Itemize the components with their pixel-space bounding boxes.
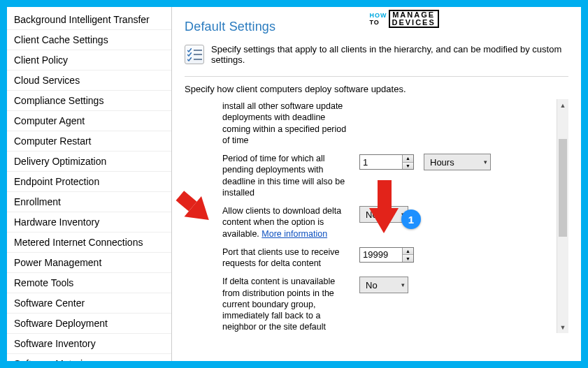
sidebar-item-client-policy[interactable]: Client Policy xyxy=(7,50,171,71)
sidebar-item-cloud-services[interactable]: Cloud Services xyxy=(7,71,171,91)
sidebar-item-compliance[interactable]: Compliance Settings xyxy=(7,91,171,111)
sidebar-item-client-cache[interactable]: Client Cache Settings xyxy=(7,30,171,50)
section-intro: Specify how client computers deploy soft… xyxy=(185,84,568,94)
period-unit-select[interactable]: Hours ▾ xyxy=(424,154,491,170)
period-spinner[interactable]: ▲▼ xyxy=(359,154,414,170)
delta-download-select[interactable]: No ▾ xyxy=(359,206,408,223)
setting-label: If delta content is unavailable from dis… xyxy=(222,276,352,332)
scrollbar-up-icon[interactable]: ▲ xyxy=(557,99,568,111)
sidebar-item-label: Remote Tools xyxy=(14,277,73,288)
more-information-link[interactable]: More information xyxy=(261,229,327,239)
watermark-how: HOW xyxy=(370,12,387,19)
sidebar-item-enrollment[interactable]: Enrollment xyxy=(7,192,171,212)
spinner-down[interactable]: ▼ xyxy=(403,163,413,170)
window-frame: Background Intelligent Transfer Client C… xyxy=(0,0,588,368)
sidebar-item-metered-internet[interactable]: Metered Internet Connections xyxy=(7,233,171,253)
sidebar: Background Intelligent Transfer Client C… xyxy=(7,7,172,361)
scrollbar-thumb[interactable] xyxy=(559,139,567,237)
sidebar-item-delivery-optimization[interactable]: Delivery Optimization xyxy=(7,152,171,172)
delta-port-input[interactable] xyxy=(360,248,402,262)
sidebar-item-computer-agent[interactable]: Computer Agent xyxy=(7,111,171,131)
sidebar-item-label: Delivery Optimization xyxy=(14,156,106,167)
chevron-down-icon: ▾ xyxy=(401,211,405,218)
chevron-down-icon: ▾ xyxy=(401,281,405,288)
setting-label: Port that clients use to receive request… xyxy=(222,246,352,270)
sidebar-item-label: Power Management xyxy=(14,257,101,268)
sidebar-item-label: Client Policy xyxy=(14,54,68,66)
sidebar-item-label: Metered Internet Connections xyxy=(14,237,143,248)
sidebar-item-label: Background Intelligent Transfer xyxy=(14,14,150,25)
spinner-up[interactable]: ▲ xyxy=(403,155,413,163)
sidebar-item-computer-restart[interactable]: Computer Restart xyxy=(7,131,171,152)
sidebar-item-label: Software Deployment xyxy=(14,318,108,329)
sidebar-item-endpoint-protection[interactable]: Endpoint Protection xyxy=(7,172,171,192)
period-value-input[interactable] xyxy=(360,155,402,169)
select-value: No xyxy=(366,209,378,220)
checklist-icon xyxy=(185,45,204,64)
settings-list: install all other software update deploy… xyxy=(185,99,557,333)
sidebar-item-label: Computer Restart xyxy=(14,135,91,147)
sidebar-item-label: Client Cache Settings xyxy=(14,34,108,45)
sidebar-item-hardware-inventory[interactable]: Hardware Inventory xyxy=(7,212,171,233)
sidebar-item-label: Cloud Services xyxy=(14,75,80,86)
sidebar-item-label: Enrollment xyxy=(14,196,61,207)
setting-delta-download: Allow clients to download delta content … xyxy=(222,205,551,240)
sidebar-item-bits[interactable]: Background Intelligent Transfer xyxy=(7,10,171,30)
setting-install-all-note: install all other software update deploy… xyxy=(222,101,551,146)
watermark-line1: MANAGE xyxy=(392,11,435,19)
scrollbar-track[interactable] xyxy=(557,111,568,321)
sidebar-item-software-deployment[interactable]: Software Deployment xyxy=(7,314,171,334)
sidebar-item-software-center[interactable]: Software Center xyxy=(7,293,171,314)
sidebar-item-label: Software Center xyxy=(14,297,85,309)
sidebar-item-label: Endpoint Protection xyxy=(14,176,99,187)
sidebar-item-label: Software Inventory xyxy=(14,338,96,349)
sidebar-item-power-management[interactable]: Power Management xyxy=(7,253,171,273)
spinner-down[interactable]: ▼ xyxy=(403,255,413,262)
delta-port-spinner[interactable]: ▲▼ xyxy=(359,247,414,263)
setting-label: Allow clients to download delta content … xyxy=(222,205,352,240)
setting-label: install all other software update deploy… xyxy=(222,101,352,146)
setting-delta-unavailable: If delta content is unavailable from dis… xyxy=(222,276,551,332)
main-panel: Default Settings Specify settings that a… xyxy=(172,7,581,361)
sidebar-item-software-metering[interactable]: Software Metering xyxy=(7,354,171,361)
delta-unavailable-select[interactable]: No ▾ xyxy=(359,277,408,293)
sidebar-item-label: Computer Agent xyxy=(14,115,85,126)
divider xyxy=(185,76,568,77)
sidebar-item-label: Software Metering xyxy=(14,358,94,361)
setting-delta-port: Port that clients use to receive request… xyxy=(222,246,551,270)
select-value: Hours xyxy=(430,157,454,168)
scrollbar-down-icon[interactable]: ▼ xyxy=(557,321,568,333)
settings-scroll-area: install all other software update deploy… xyxy=(185,98,568,333)
setting-label: Period of time for which all pending dep… xyxy=(222,153,352,198)
sidebar-item-label: Compliance Settings xyxy=(14,95,103,106)
chevron-down-icon: ▾ xyxy=(484,159,487,165)
vertical-scrollbar[interactable]: ▲ ▼ xyxy=(557,99,568,333)
page-description: Specify settings that apply to all clien… xyxy=(211,44,568,65)
sidebar-item-remote-tools[interactable]: Remote Tools xyxy=(7,273,171,293)
description-row: Specify settings that apply to all clien… xyxy=(185,44,568,65)
sidebar-item-software-inventory[interactable]: Software Inventory xyxy=(7,334,171,354)
spinner-up[interactable]: ▲ xyxy=(403,248,413,256)
select-value: No xyxy=(366,280,378,290)
page-title: Default Settings xyxy=(185,20,568,34)
sidebar-item-label: Hardware Inventory xyxy=(14,216,99,228)
setting-period: Period of time for which all pending dep… xyxy=(222,153,551,198)
